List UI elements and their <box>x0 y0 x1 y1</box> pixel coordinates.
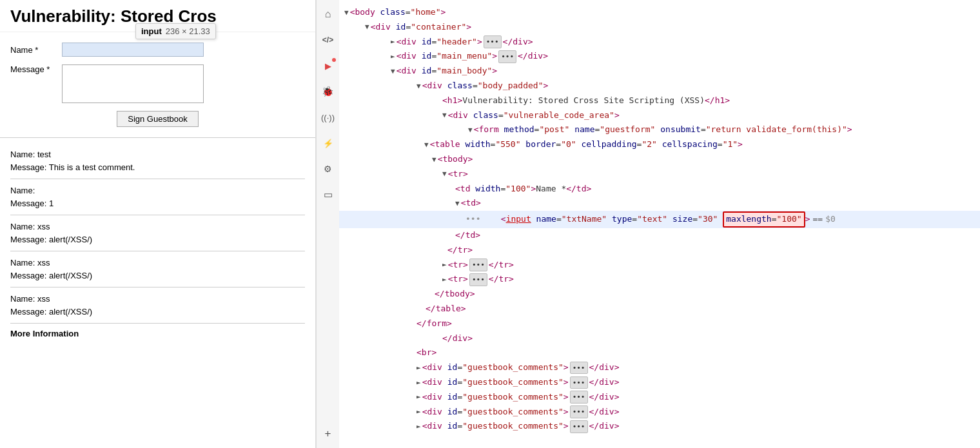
code-line-form: ▼ <form method="post" name="guestform" o… <box>339 122 980 137</box>
comment-5: Name: xss Message: alert(/XSS/) <box>10 287 305 324</box>
code-line-td-name: <td width="100" > Name * </td> <box>339 182 980 197</box>
code-line-body: ▼ <body class="home" > <box>339 5 980 20</box>
code-line-tr-collapse-2: ► <tr> ••• </tr> <box>339 272 980 287</box>
console-icon[interactable]: ▶ <box>319 57 337 75</box>
devtools-sidebar: ⌂ </> ▶ 🐞 ((·)) ⚡ ⚙ ▭ + <box>316 0 339 448</box>
code-line-tr: ▼ <tr> <box>339 167 980 182</box>
sign-guestbook-button[interactable]: Sign Guestbook <box>117 111 199 127</box>
comment-2-name: Name: <box>10 184 305 197</box>
left-panel: input 236 × 21.33 Vulnerability: Stored … <box>0 0 316 448</box>
code-line-guestbook-5: ► <div id="guestbook_comments" > ••• </d… <box>339 419 980 434</box>
message-textarea[interactable] <box>62 64 204 103</box>
input-tag-link[interactable]: input <box>506 213 531 226</box>
code-line-br: <br> <box>339 346 980 360</box>
submit-row: Sign Guestbook <box>10 111 305 127</box>
code-line-tbody-close: </tbody> <box>339 287 980 302</box>
comment-5-message: Message: alert(/XSS/) <box>10 306 305 318</box>
code-line-vuln-area: ▼ <div class="vulnerable_code_area" > <box>339 108 980 123</box>
comment-3-message: Message: alert(/XSS/) <box>10 233 305 246</box>
code-line-guestbook-4: ► <div id="guestbook_comments" > ••• </d… <box>339 405 980 420</box>
comment-2: Name: Message: 1 <box>10 179 305 215</box>
code-line-guestbook-3: ► <div id="guestbook_comments" > ••• </d… <box>339 390 980 405</box>
code-line-main-body: ▼ <div id="main_body" > <box>339 64 980 79</box>
comment-2-message: Message: 1 <box>10 197 305 210</box>
comment-4-name: Name: xss <box>10 257 305 269</box>
code-line-h1: <h1>Vulnerability: Stored Cross Site Scr… <box>339 93 980 108</box>
comment-1-message: Message: This is a test comment. <box>10 161 305 174</box>
code-line-input-element: ••• <input name="txtName" type="text" si… <box>339 211 980 228</box>
code-line-form-close: </form> <box>339 317 980 331</box>
element-tooltip: input 236 × 21.33 <box>135 23 216 39</box>
code-line-tr-close: </tr> <box>339 243 980 258</box>
elements-icon[interactable]: </> <box>319 31 337 49</box>
comment-1: Name: test Message: This is a test comme… <box>10 143 305 179</box>
more-info-label: More Information <box>10 324 305 338</box>
memory-icon[interactable]: ⚙ <box>319 160 337 178</box>
tooltip-tag: input <box>141 26 162 36</box>
name-field-row: Name * <box>10 43 305 57</box>
comment-4-message: Message: alert(/XSS/) <box>10 269 305 282</box>
code-line-td-close: </td> <box>339 228 980 243</box>
code-line-table-close: </table> <box>339 302 980 317</box>
maxlength-attribute: maxlength="100" <box>723 211 805 228</box>
name-label: Name * <box>10 45 62 55</box>
comments-section: Name: test Message: This is a test comme… <box>0 138 315 344</box>
code-line-container: ▼ <div id="container" > <box>339 20 980 35</box>
home-icon[interactable]: ⌂ <box>319 5 337 23</box>
code-line-header: ► <div id="header" > ••• </div> <box>339 35 980 50</box>
application-icon[interactable]: ▭ <box>319 186 337 204</box>
code-line-tr-collapse-1: ► <tr> ••• </tr> <box>339 258 980 273</box>
code-line-body-padded: ▼ <div class="body_padded" > <box>339 79 980 93</box>
name-input[interactable] <box>62 43 204 57</box>
guestbook-form: Name * Message * Sign Guestbook <box>0 32 315 138</box>
comment-3-name: Name: xss <box>10 220 305 233</box>
code-line-main-menu: ► <div id="main_menu" > ••• </div> <box>339 49 980 64</box>
message-label: Message * <box>10 64 62 74</box>
comment-3: Name: xss Message: alert(/XSS/) <box>10 215 305 251</box>
code-line-guestbook-1: ► <div id="guestbook_comments" > ••• </d… <box>339 360 980 375</box>
network-icon[interactable]: ((·)) <box>319 108 337 126</box>
comment-5-name: Name: xss <box>10 293 305 306</box>
bug-icon[interactable]: 🐞 <box>319 83 337 101</box>
code-line-tbody: ▼ <tbody> <box>339 152 980 167</box>
comment-4: Name: xss Message: alert(/XSS/) <box>10 251 305 287</box>
add-panel-button[interactable]: + <box>319 425 337 443</box>
code-line-td-input: ▼ <td> <box>339 196 980 211</box>
performance-icon[interactable]: ⚡ <box>319 134 337 152</box>
code-line-guestbook-2: ► <div id="guestbook_comments" > ••• </d… <box>339 375 980 390</box>
message-field-row: Message * <box>10 64 305 103</box>
code-line-table: ▼ <table width="550" border="0" cellpadd… <box>339 137 980 152</box>
comment-1-name: Name: test <box>10 148 305 161</box>
tooltip-size: 236 × 21.33 <box>166 26 210 36</box>
code-panel[interactable]: ▼ <body class="home" > ▼ <div id="contai… <box>339 0 980 448</box>
code-line-div-close: </div> <box>339 331 980 346</box>
